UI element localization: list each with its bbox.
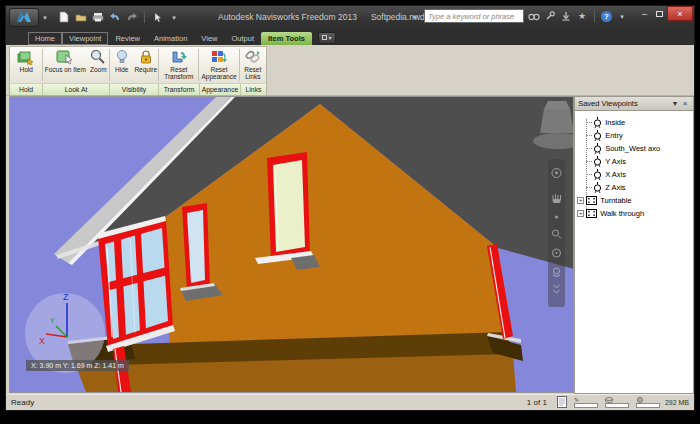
reset-transform-icon <box>170 49 188 65</box>
help-caret-icon[interactable]: ▾ <box>616 10 628 22</box>
tree-item-entry[interactable]: Entry <box>575 129 693 142</box>
tree-item-z-axis[interactable]: Z Axis <box>575 181 693 194</box>
reset-transform-button[interactable]: Reset Transform <box>160 47 198 81</box>
group-label-links: Links <box>241 84 266 95</box>
expander-icon[interactable]: + <box>577 210 584 217</box>
ribbon-panels: Hold Focus on Item <box>9 46 267 83</box>
hold-button[interactable]: Hold <box>11 47 42 73</box>
help-icon[interactable]: ? <box>601 11 612 22</box>
status-bar: Ready 1 of 1 ✎ 292 MB <box>6 394 694 410</box>
favorites-star-icon[interactable]: ★ <box>576 10 588 22</box>
download-progress-meter <box>636 397 660 408</box>
new-document-icon <box>59 11 69 23</box>
zoom-button[interactable]: Zoom <box>87 47 109 73</box>
open-folder-icon <box>75 12 87 22</box>
undo-icon <box>109 12 121 22</box>
sheet-count: 1 of 1 <box>527 398 547 407</box>
group-label-visibility: Visibility <box>110 84 159 95</box>
animation-icon <box>586 196 597 205</box>
memory-usage: 292 MB <box>665 399 689 406</box>
tab-view[interactable]: View <box>194 32 224 45</box>
load-progress-meter <box>605 397 629 408</box>
render-progress-meter: ✎ <box>574 397 598 408</box>
minimize-button[interactable]: – <box>637 6 652 21</box>
focus-on-item-icon <box>55 49 75 65</box>
scene-3d: Z X Y <box>10 97 574 392</box>
qat-customize-caret-icon[interactable]: ▾ <box>168 11 180 23</box>
reset-appearance-button[interactable]: Reset Appearance <box>200 47 238 81</box>
maximize-button[interactable] <box>652 6 667 21</box>
print-button[interactable] <box>91 11 104 24</box>
hold-icon <box>16 49 36 65</box>
saved-viewpoints-panel: Saved Viewpoints ▾ × Inside Entry <box>574 96 694 394</box>
animation-icon <box>586 209 597 218</box>
require-padlock-icon <box>139 49 153 65</box>
group-label-look-at: Look At <box>43 84 110 95</box>
tab-animation[interactable]: Animation <box>147 32 194 45</box>
maximize-icon <box>656 11 663 17</box>
infocenter-separator <box>594 10 595 22</box>
close-button[interactable]: × <box>667 6 693 21</box>
reset-links-button[interactable]: Reset Links <box>240 47 266 81</box>
window-title: Autodesk Navisworks Freedom 2013 <box>218 12 357 22</box>
group-label-transform: Transform <box>159 84 200 95</box>
tree-item-south-west-axo[interactable]: South_West axo <box>575 142 693 155</box>
axis-z-label: Z <box>63 292 69 302</box>
tab-review[interactable]: Review <box>108 32 147 45</box>
panel-close-icon[interactable]: × <box>680 99 690 108</box>
viewpoint-icon <box>593 130 602 141</box>
undo-button[interactable] <box>108 11 121 24</box>
select-tool-button[interactable] <box>151 11 164 24</box>
panel-menu-icon[interactable]: ▾ <box>670 99 680 108</box>
navisworks-logo-icon <box>15 10 33 24</box>
viewpoint-icon <box>593 182 602 193</box>
group-label-appearance: Appearance <box>200 84 241 95</box>
ribbon-tab-bar: Home Viewpoint Review Animation View Out… <box>6 29 694 45</box>
communication-center-icon[interactable] <box>560 10 572 22</box>
sheet-browser-button[interactable] <box>557 396 567 410</box>
infocenter: ◂ ★ ? ▾ <box>408 9 628 23</box>
tree-item-x-axis[interactable]: X Axis <box>575 168 693 181</box>
panel-titlebar[interactable]: Saved Viewpoints ▾ × <box>574 96 694 111</box>
tab-viewpoint[interactable]: Viewpoint <box>62 32 108 45</box>
search-binoculars-icon[interactable] <box>528 10 540 22</box>
viewport-3d[interactable]: Z X Y X: 3.90 m Y: 1.69 m Z: 1.41 m <box>9 96 574 393</box>
status-ready-text: Ready <box>11 398 34 407</box>
redo-button[interactable] <box>125 11 138 24</box>
hide-lightbulb-icon <box>116 49 128 65</box>
tab-item-tools[interactable]: Item Tools <box>261 32 312 45</box>
tree-item-turntable[interactable]: + Turntable <box>575 194 693 207</box>
viewpoints-tree: Inside Entry South_West axo Y Axis <box>574 111 694 394</box>
axis-y-label: Y <box>50 317 55 324</box>
coordinate-readout: X: 3.90 m Y: 1.69 m Z: 1.41 m <box>26 360 129 371</box>
open-button[interactable] <box>74 11 87 24</box>
ribbon-collapse-caret-icon: ▾ <box>328 34 331 41</box>
ribbon-panel-icon <box>322 35 327 40</box>
minimize-ribbon-button[interactable]: ▾ <box>318 32 336 44</box>
zoom-icon <box>89 49 107 65</box>
tree-item-inside[interactable]: Inside <box>575 116 693 129</box>
subscription-wrench-icon[interactable] <box>544 10 556 22</box>
new-document-button[interactable] <box>57 11 70 24</box>
require-button[interactable]: Require <box>133 47 158 73</box>
viewpoint-icon <box>593 117 602 128</box>
application-menu-button[interactable] <box>9 8 39 27</box>
hide-button[interactable]: Hide <box>110 47 133 73</box>
navigation-bar[interactable] <box>548 159 565 307</box>
tree-item-walk-through[interactable]: + Walk through <box>575 207 693 220</box>
axis-x-label: X <box>39 336 45 346</box>
reset-links-icon <box>244 49 262 65</box>
viewpoint-icon <box>593 143 602 154</box>
viewpoint-icon <box>593 156 602 167</box>
quick-access-toolbar: ▾ <box>57 11 180 24</box>
tab-home[interactable]: Home <box>28 32 62 45</box>
sheet-icon <box>557 396 567 408</box>
infocenter-collapse-caret-icon[interactable]: ◂ <box>408 10 420 22</box>
expander-icon[interactable]: + <box>577 197 584 204</box>
focus-on-item-button[interactable]: Focus on Item <box>43 47 87 73</box>
tree-item-y-axis[interactable]: Y Axis <box>575 155 693 168</box>
window-controls: – × <box>637 6 693 21</box>
search-input[interactable] <box>424 9 524 23</box>
tab-output[interactable]: Output <box>224 32 261 45</box>
app-menu-caret-icon[interactable]: ▾ <box>39 11 51 23</box>
